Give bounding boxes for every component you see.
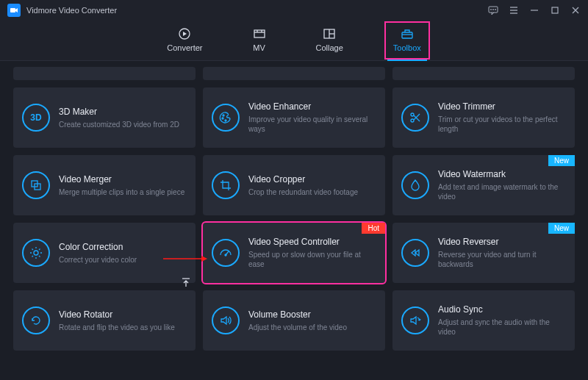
tool-color-correction[interactable]: Color Correction Correct your video colo…: [13, 223, 196, 283]
tool-desc: Create customized 3D video from 2D: [59, 120, 179, 129]
svg-point-3: [493, 10, 494, 10]
tool-desc: Adjust the volume of the video: [248, 323, 347, 332]
scissors-icon: [401, 104, 429, 132]
tool-desc: Rotate and flip the video as you like: [59, 323, 175, 332]
svg-rect-13: [254, 30, 265, 37]
tool-video-rotator[interactable]: Video Rotator Rotate and flip the video …: [13, 290, 196, 351]
tool-audio-sync[interactable]: Audio Sync Adjust and sync the audio wit…: [392, 290, 575, 351]
palette-icon: [212, 104, 240, 132]
main-tabs: Converter MV Collage Toolbox: [0, 21, 588, 61]
tool-video-trimmer[interactable]: Video Trimmer Trim or cut your videos to…: [392, 87, 575, 148]
sun-icon: [22, 239, 50, 267]
minimize-button[interactable]: [529, 5, 539, 15]
tool-title: Video Rotator: [59, 309, 175, 320]
tool-volume-booster[interactable]: Volume Booster Adjust the volume of the …: [203, 290, 385, 351]
svg-line-36: [32, 249, 34, 251]
tool-video-merger[interactable]: Video Merger Merge multiple clips into a…: [13, 155, 196, 215]
tool-desc: Reverse your video and turn it backwards: [438, 250, 564, 269]
tool-title: Video Speed Controller: [248, 237, 375, 247]
maximize-button[interactable]: [550, 5, 560, 15]
svg-rect-20: [402, 32, 412, 38]
tool-desc: Improve your video quality in several wa…: [248, 115, 375, 134]
crop-icon: [212, 171, 240, 199]
svg-point-2: [491, 10, 492, 10]
svg-line-38: [32, 256, 34, 257]
tool-video-reverser[interactable]: New Video Reverser Reverse your video an…: [392, 223, 575, 283]
tool-desc: Speed up or slow down your file at ease: [248, 250, 375, 269]
tool-video-speed-controller[interactable]: Hot Video Speed Controller Speed up or s…: [203, 223, 385, 283]
new-badge: New: [548, 155, 575, 166]
hamburger-menu-icon[interactable]: [509, 5, 519, 15]
tool-title: Audio Sync: [438, 304, 564, 315]
tool-title: Video Reverser: [438, 237, 564, 247]
tool-video-enhancer[interactable]: Video Enhancer Improve your video qualit…: [203, 87, 385, 148]
tool-desc: Crop the redundant video footage: [248, 187, 358, 197]
svg-point-25: [411, 113, 414, 116]
svg-rect-0: [10, 8, 15, 12]
tab-label: Collage: [316, 43, 343, 52]
svg-point-41: [225, 254, 226, 256]
tool-video-watermark[interactable]: New Video Watermark Add text and image w…: [392, 155, 575, 215]
tool-title: Color Correction: [59, 242, 137, 252]
mv-icon: [253, 27, 266, 40]
tab-mv[interactable]: MV: [247, 24, 272, 57]
partial-card[interactable]: [392, 67, 575, 80]
tool-desc: Adjust and sync the audio with the video: [438, 318, 564, 337]
rewind-icon: [401, 239, 429, 267]
app-logo-icon: [7, 4, 21, 17]
tool-desc: Correct your video color: [59, 255, 137, 265]
gauge-icon: [212, 239, 240, 267]
feedback-icon[interactable]: [488, 5, 498, 15]
svg-point-26: [411, 119, 414, 122]
new-badge: New: [548, 223, 575, 234]
collage-icon: [323, 27, 336, 40]
tool-desc: Trim or cut your videos to the perfect l…: [438, 115, 564, 134]
tool-title: Video Cropper: [248, 174, 358, 184]
droplet-icon: [401, 171, 429, 199]
merge-icon: [22, 171, 50, 199]
3d-icon: 3D: [22, 104, 50, 132]
svg-point-24: [225, 120, 226, 121]
svg-line-39: [39, 249, 40, 251]
tab-label: Converter: [167, 43, 202, 52]
tool-desc: Add text and image watermark to the vide…: [438, 182, 564, 201]
window-controls: [488, 5, 581, 15]
toolbox-content: 3D 3D Maker Create customized 3D video f…: [0, 61, 588, 380]
scroll-to-top-icon[interactable]: [179, 276, 193, 289]
converter-icon: [178, 27, 191, 40]
svg-point-23: [222, 118, 223, 119]
volume-icon: [212, 306, 240, 334]
toolbox-icon: [401, 27, 414, 40]
tool-title: Volume Booster: [248, 309, 347, 320]
titlebar: Vidmore Video Converter: [0, 0, 588, 21]
tab-converter[interactable]: Converter: [161, 24, 208, 57]
tab-collage[interactable]: Collage: [310, 24, 349, 57]
tool-title: Video Merger: [59, 174, 184, 184]
svg-rect-9: [552, 7, 558, 13]
tool-title: Video Trimmer: [438, 101, 564, 112]
tool-3d-maker[interactable]: 3D 3D Maker Create customized 3D video f…: [13, 87, 196, 148]
tool-desc: Merge multiple clips into a single piece: [59, 187, 184, 197]
svg-line-37: [39, 256, 40, 257]
tool-title: Video Enhancer: [248, 101, 375, 112]
close-button[interactable]: [570, 5, 581, 15]
tab-label: MV: [253, 43, 265, 52]
sync-icon: [401, 306, 429, 334]
app-title: Vidmore Video Converter: [26, 6, 117, 15]
tool-title: 3D Maker: [59, 107, 179, 117]
svg-point-31: [34, 251, 38, 255]
partial-card[interactable]: [203, 67, 385, 80]
rotate-icon: [22, 306, 50, 334]
tab-label: Toolbox: [393, 43, 421, 52]
tools-grid: 3D 3D Maker Create customized 3D video f…: [13, 67, 575, 351]
svg-point-4: [495, 10, 496, 10]
partial-card[interactable]: [13, 67, 196, 80]
tab-toolbox[interactable]: Toolbox: [387, 24, 427, 57]
hot-badge: Hot: [362, 223, 385, 234]
tool-video-cropper[interactable]: Video Cropper Crop the redundant video f…: [203, 155, 385, 215]
tool-title: Video Watermark: [438, 169, 564, 179]
svg-point-22: [223, 115, 224, 116]
